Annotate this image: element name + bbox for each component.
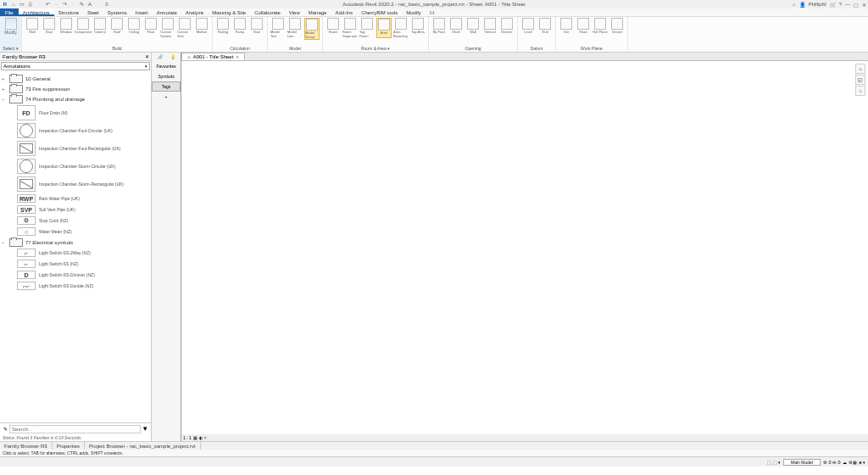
tab-architecture[interactable]: Architecture <box>19 8 54 16</box>
wall-button[interactable]: Wall <box>25 18 40 38</box>
workset-icons[interactable]: ⬚ ⬚ ▾ <box>767 460 781 465</box>
folder-74-plumbing-and-drainage[interactable]: −74 Plumbing and drainage <box>2 95 149 103</box>
tab-annotate[interactable]: Annotate <box>153 8 181 16</box>
qa-open-icon[interactable]: ▭ <box>19 1 25 8</box>
family-item[interactable]: Inspection Chamber-Storm-Rectangular (UK… <box>17 176 149 192</box>
user-name[interactable]: PhillipM <box>809 2 826 7</box>
vertical-button[interactable]: Vertical <box>482 18 498 34</box>
vcb-icon[interactable]: ◐ <box>199 435 203 440</box>
bulb-icon[interactable]: 💡 <box>170 54 175 59</box>
drawing-canvas[interactable]: ⌂ ◱ ○ 1 : 1 ▦ ◐ < <box>181 61 868 441</box>
status-counts[interactable]: ⚙ :0 ✉ :0 <box>823 460 841 465</box>
nav-home-icon[interactable]: ⌂ <box>855 64 865 74</box>
help-icon[interactable]: ? <box>839 2 842 7</box>
nav-cube-icon[interactable]: ◱ <box>855 75 865 85</box>
door-button[interactable]: Door <box>42 18 57 38</box>
modify-button[interactable]: Modify <box>3 18 19 35</box>
close-tab-icon[interactable]: ✕ <box>236 53 239 60</box>
window-button[interactable]: Window <box>58 18 74 38</box>
qa-home-icon[interactable]: ⌂ <box>10 1 17 8</box>
category-combo[interactable]: Annotations <box>1 62 150 70</box>
tab-systems[interactable]: Systems <box>103 8 131 16</box>
tab-steel[interactable]: Steel <box>83 8 103 16</box>
close-panel-icon[interactable]: ✕ <box>145 53 149 61</box>
tab-addins[interactable]: Add-Ins <box>331 8 357 16</box>
model-text-button[interactable]: Model Text <box>270 18 286 40</box>
family-item[interactable]: ⌐Light Switch-SS-2Way (NZ) <box>17 249 149 257</box>
family-tree[interactable]: +10 General+73 Fire suppression−74 Plumb… <box>0 71 151 422</box>
mullion-button[interactable]: Mullion <box>194 18 209 38</box>
column-button[interactable]: Column <box>92 18 108 38</box>
view-tab[interactable]: ⌂ A001 - Title Sheet ✕ <box>181 53 245 60</box>
tab-favourites[interactable]: Favourites <box>152 61 181 71</box>
tab-collaborate[interactable]: Collaborate <box>250 8 285 16</box>
ref-plane-button[interactable]: Ref Plane <box>593 18 608 34</box>
maximize-button[interactable]: ▢ <box>854 2 859 8</box>
tag-area-button[interactable]: Tag Area <box>410 18 426 38</box>
family-item[interactable]: SVPSoil Vent Pipe (UK) <box>17 205 149 214</box>
room-separator-button[interactable]: Room Separator <box>342 18 358 38</box>
tab-structure[interactable]: Structure <box>54 8 83 16</box>
panel-label-select[interactable]: Select ▾ <box>3 46 19 51</box>
status-tray-icons[interactable]: ☁ ⚙ ▦ ◈ ▾ <box>843 460 865 465</box>
dock-tab-family-browser[interactable]: Family Browser R3 <box>0 442 53 450</box>
cart-icon[interactable]: 🛒 <box>830 2 836 8</box>
minimize-button[interactable]: — <box>845 2 850 7</box>
show-button[interactable]: Show <box>576 18 591 34</box>
tab-modify[interactable]: Modify <box>402 8 426 16</box>
view-cube-controls[interactable]: ⌂ ◱ ○ <box>855 64 865 96</box>
family-item[interactable]: ⌐Light Switch-SS (NZ) <box>17 260 149 268</box>
qa-redo-icon[interactable]: ↷ <box>61 1 68 8</box>
by-face-button[interactable]: By Face <box>431 18 447 34</box>
tab-massing[interactable]: Massing & Site <box>208 8 250 16</box>
filter-icon[interactable]: ▼ <box>141 425 149 433</box>
area-boundary-button[interactable]: Area Boundary <box>393 18 409 38</box>
model-line-button[interactable]: Model Line <box>287 18 303 40</box>
folder-73-fire-suppression[interactable]: +73 Fire suppression <box>2 85 149 93</box>
tab-tags[interactable]: Tags <box>152 81 181 92</box>
family-item[interactable]: ⌐⌐Light Switch-SS-Double (NZ) <box>17 282 149 290</box>
curtain-grid-button[interactable]: Curtain Grid <box>177 18 192 38</box>
ceiling-button[interactable]: Ceiling <box>126 18 142 38</box>
level-button[interactable]: Level <box>520 18 536 34</box>
family-item[interactable]: ○Water Meter (NZ) <box>17 227 149 236</box>
model-group-button[interactable]: Model Group <box>304 18 320 40</box>
roof-button[interactable]: Roof <box>109 18 125 38</box>
room-button[interactable]: Room <box>326 18 341 38</box>
tab-analyze[interactable]: Analyze <box>181 8 208 16</box>
family-item[interactable]: DLight Switch-SS-Dimmer (NZ) <box>17 271 149 279</box>
qa-edit-icon[interactable]: ✎ <box>78 1 85 8</box>
component-button[interactable]: Component <box>75 18 91 38</box>
search-icon[interactable]: ⌕ <box>793 2 796 7</box>
qa-save-icon[interactable]: ⎙ <box>27 1 34 8</box>
viewer-button[interactable]: Viewer <box>609 18 625 34</box>
family-item[interactable]: FDFloor Drain (M) <box>17 105 149 120</box>
folder-77-electrical-symbols[interactable]: −77 Electrical symbols <box>2 238 149 247</box>
file-tab[interactable]: File <box>0 8 19 16</box>
set-button[interactable]: Set <box>559 18 574 34</box>
vcb-icon[interactable]: ▦ <box>193 435 198 440</box>
shaft-button[interactable]: Shaft <box>448 18 464 34</box>
folder-10-general[interactable]: +10 General <box>2 75 149 83</box>
tab-symbols[interactable]: Symbols <box>152 71 181 81</box>
user-icon[interactable]: 👤 <box>799 2 805 8</box>
panel-label-room[interactable]: Room & Area ▾ <box>326 46 426 51</box>
stair-button[interactable]: Stair <box>249 18 264 34</box>
ramp-button[interactable]: Ramp <box>232 18 248 34</box>
tab-insert[interactable]: Insert <box>131 8 153 16</box>
qa-more-icon[interactable]: ≡ <box>103 1 110 8</box>
vcb-icon[interactable]: < <box>204 435 207 440</box>
railing-button[interactable]: Railing <box>215 18 231 34</box>
grid-button[interactable]: Grid <box>537 18 553 34</box>
tab-extra[interactable]: ⊡· <box>426 8 440 16</box>
tag-room-button[interactable]: Tag Room <box>359 18 375 38</box>
family-item[interactable]: ⊙Stop Cock (NZ) <box>17 216 149 225</box>
tab-view[interactable]: View <box>285 8 304 16</box>
family-item[interactable]: Inspection Chamber-Foul-Circular (UK) <box>17 123 149 138</box>
link-icon[interactable]: 🔗 <box>158 54 163 59</box>
qa-text-icon[interactable]: A <box>86 1 93 8</box>
tab-add[interactable]: + <box>152 92 181 102</box>
dock-tab-properties[interactable]: Properties <box>53 442 85 450</box>
wall-button[interactable]: Wall <box>465 18 481 34</box>
workset-combo[interactable]: Main Model <box>783 459 821 466</box>
